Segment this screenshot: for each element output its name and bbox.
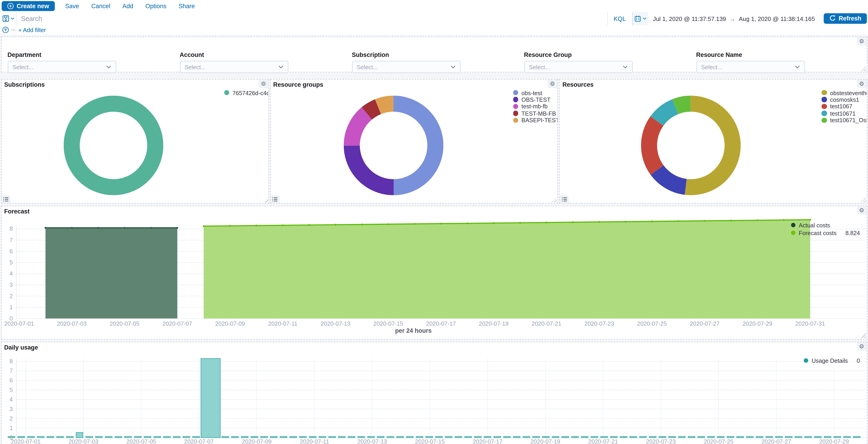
usage-bar[interactable] <box>144 436 151 437</box>
legend-item[interactable]: Forecast costs8.824 <box>791 229 860 236</box>
usage-bar[interactable] <box>348 436 355 437</box>
usage-bar[interactable] <box>610 436 617 437</box>
usage-bar[interactable] <box>600 436 608 437</box>
usage-bar[interactable] <box>173 436 180 437</box>
legend-item[interactable]: test-mb-fb <box>513 103 557 110</box>
usage-bar[interactable] <box>426 436 432 437</box>
usage-bar[interactable] <box>183 436 190 437</box>
legend-item[interactable]: test10671_OsDisk_1_... <box>822 117 867 124</box>
usage-bar[interactable] <box>260 436 267 437</box>
usage-bar[interactable] <box>766 436 773 437</box>
usage-bar[interactable] <box>474 436 481 437</box>
panel-title[interactable]: Resource groups <box>273 81 323 88</box>
search-input[interactable] <box>17 14 607 23</box>
usage-bar[interactable] <box>231 436 238 437</box>
usage-bar[interactable] <box>717 436 724 437</box>
add-filter-link[interactable]: + Add filter <box>18 27 46 33</box>
usage-bar[interactable] <box>358 436 365 437</box>
usage-bar[interactable] <box>27 436 34 437</box>
usage-bar[interactable] <box>338 436 345 437</box>
usage-bar[interactable] <box>192 436 199 437</box>
usage-bar[interactable] <box>756 436 763 437</box>
usage-bar[interactable] <box>329 436 335 437</box>
toolbar-add[interactable]: Add <box>116 3 139 9</box>
usage-bar[interactable] <box>222 436 228 437</box>
filter-circle-icon[interactable] <box>2 27 9 33</box>
usage-bar[interactable] <box>659 436 665 437</box>
usage-bar[interactable] <box>251 436 257 437</box>
usage-bar[interactable] <box>630 436 637 437</box>
usage-bar[interactable] <box>688 436 694 437</box>
usage-bar[interactable] <box>678 436 685 437</box>
filter-select-3[interactable]: Select... <box>524 61 632 73</box>
usage-bar[interactable] <box>47 436 54 437</box>
panel-title[interactable]: Resources <box>562 81 594 88</box>
usage-bar[interactable] <box>289 436 297 437</box>
usage-bar[interactable] <box>785 436 792 437</box>
legend-item[interactable]: test10671 <box>822 110 867 117</box>
usage-bar[interactable] <box>309 436 316 437</box>
usage-bar[interactable] <box>853 436 860 437</box>
usage-bar[interactable] <box>406 436 413 437</box>
usage-bar[interactable] <box>562 436 568 437</box>
usage-bar[interactable] <box>834 436 840 437</box>
usage-bar[interactable] <box>396 436 403 437</box>
usage-bar[interactable] <box>669 436 675 437</box>
panel-legend-toggle[interactable] <box>1 195 10 203</box>
toolbar-save[interactable]: Save <box>59 3 85 9</box>
usage-bar[interactable] <box>416 436 423 437</box>
panel-options-button[interactable]: ⚙ <box>857 206 867 214</box>
usage-bar[interactable] <box>76 432 83 437</box>
saved-query-menu-button[interactable] <box>0 12 17 25</box>
usage-bar[interactable] <box>66 436 73 437</box>
usage-bar[interactable] <box>105 436 112 437</box>
panel-resize-handle[interactable] <box>552 197 557 202</box>
create-new-button[interactable]: Create new <box>2 1 55 11</box>
usage-bar[interactable] <box>523 436 529 437</box>
usage-bar[interactable] <box>727 436 734 437</box>
panel-options-button[interactable]: ⚙ <box>548 80 557 88</box>
usage-bar[interactable] <box>484 436 491 437</box>
usage-bar[interactable] <box>542 436 549 437</box>
usage-bar[interactable] <box>581 436 588 437</box>
panel-options-button[interactable]: ⚙ <box>857 80 867 88</box>
legend-item[interactable]: OBS-TEST <box>513 96 557 103</box>
usage-bar[interactable] <box>814 436 821 437</box>
usage-bar[interactable] <box>134 436 141 437</box>
legend-item[interactable]: TEST-MB-FB <box>513 110 557 117</box>
date-from[interactable]: Jul 1, 2020 @ 11:37:57.139 <box>653 15 726 22</box>
usage-bar[interactable] <box>795 436 802 437</box>
usage-bar[interactable] <box>591 436 597 437</box>
toolbar-cancel[interactable]: Cancel <box>85 3 116 9</box>
usage-bar[interactable] <box>86 436 93 437</box>
usage-bar[interactable] <box>571 436 578 437</box>
refresh-button[interactable]: Refresh <box>824 13 867 24</box>
usage-bar[interactable] <box>124 436 131 437</box>
usage-bar[interactable] <box>163 436 170 437</box>
usage-bar[interactable] <box>154 436 160 437</box>
usage-bar[interactable] <box>707 436 714 437</box>
usage-bar[interactable] <box>377 436 384 437</box>
usage-bar[interactable] <box>18 436 24 437</box>
usage-bar[interactable] <box>843 436 850 437</box>
filter-select-0[interactable]: Select... <box>7 61 116 73</box>
panel-resize-handle[interactable] <box>263 197 268 202</box>
usage-bar[interactable] <box>270 436 277 437</box>
usage-bar[interactable] <box>494 436 500 437</box>
panel-options-button[interactable]: ⚙ <box>857 342 867 350</box>
kql-toggle[interactable]: KQL <box>607 12 632 25</box>
usage-bar[interactable] <box>445 436 452 437</box>
usage-bar[interactable] <box>319 436 326 437</box>
panel-options-button[interactable]: ⚙ <box>258 80 269 88</box>
usage-bar[interactable] <box>201 358 220 437</box>
date-to[interactable]: Aug 1, 2020 @ 11:38:14.165 <box>739 15 815 22</box>
usage-bar[interactable] <box>241 436 248 437</box>
usage-bar[interactable] <box>737 436 743 437</box>
legend-item[interactable]: cosmosks1 <box>822 96 867 103</box>
filter-select-2[interactable]: Select... <box>352 61 460 73</box>
usage-bar[interactable] <box>455 436 462 437</box>
legend-item[interactable]: Actual costs <box>791 221 860 229</box>
usage-bar[interactable] <box>280 436 287 437</box>
filter-select-1[interactable]: Select... <box>180 61 288 73</box>
usage-bar[interactable] <box>503 436 510 437</box>
